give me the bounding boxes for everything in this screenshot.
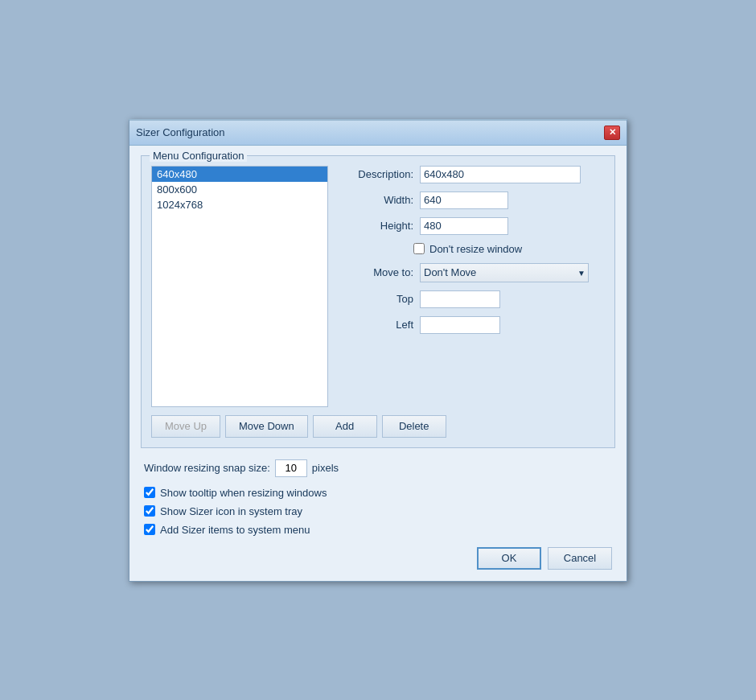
top-row: Top — [341, 290, 605, 308]
move-to-select[interactable]: Don't Move Top Left Top Right Bottom Lef… — [420, 263, 589, 282]
move-down-button[interactable]: Move Down — [225, 415, 308, 438]
system-menu-row: Add Sizer items to system menu — [144, 524, 612, 536]
cancel-button[interactable]: Cancel — [548, 547, 612, 570]
fields-panel: Description: Width: Height: — [341, 166, 605, 407]
snap-label-after: pixels — [312, 462, 339, 474]
title-bar: Sizer Configuration ✕ — [129, 121, 627, 146]
move-to-label: Move to: — [341, 266, 413, 278]
snap-label-before: Window resizing snap size: — [144, 462, 270, 474]
left-row: Left — [341, 316, 605, 334]
dont-resize-row: Don't resize window — [413, 243, 605, 255]
system-menu-label: Add Sizer items to system menu — [160, 524, 310, 536]
tray-checkbox[interactable] — [144, 505, 155, 517]
menu-config-label: Menu Configuration — [150, 150, 247, 162]
move-up-button[interactable]: Move Up — [151, 415, 220, 438]
resolution-list: 640x480 800x600 1024x768 — [151, 166, 328, 407]
left-label: Left — [341, 319, 413, 331]
bottom-settings: Window resizing snap size: pixels Show t… — [141, 459, 615, 570]
list-item[interactable]: 640x480 — [152, 167, 327, 182]
close-button[interactable]: ✕ — [604, 126, 620, 140]
window-title: Sizer Configuration — [136, 126, 225, 138]
system-menu-checkbox[interactable] — [144, 524, 155, 535]
snap-row: Window resizing snap size: pixels — [144, 459, 612, 477]
dont-resize-label: Don't resize window — [429, 243, 522, 255]
width-row: Width: — [341, 191, 605, 209]
snap-size-input[interactable] — [275, 459, 307, 477]
description-label: Description: — [341, 168, 413, 180]
add-button[interactable]: Add — [313, 415, 377, 438]
ok-button[interactable]: OK — [477, 547, 541, 570]
sizer-config-window: Sizer Configuration ✕ Menu Configuration… — [129, 119, 627, 582]
dont-resize-checkbox[interactable] — [413, 243, 425, 254]
resolution-listbox[interactable]: 640x480 800x600 1024x768 — [151, 166, 328, 407]
list-buttons-row: Move Up Move Down Add Delete — [151, 415, 605, 438]
tray-label: Show Sizer icon in system tray — [160, 505, 302, 517]
list-item[interactable]: 1024x768 — [152, 197, 327, 212]
height-row: Height: — [341, 217, 605, 235]
description-row: Description: — [341, 166, 605, 183]
menu-config-inner: 640x480 800x600 1024x768 Description: Wi… — [151, 166, 605, 407]
top-label: Top — [341, 293, 413, 305]
tray-row: Show Sizer icon in system tray — [144, 505, 612, 517]
tooltip-checkbox[interactable] — [144, 487, 155, 498]
menu-config-group: Menu Configuration 640x480 800x600 1024x… — [141, 155, 615, 448]
list-item[interactable]: 800x600 — [152, 182, 327, 197]
height-label: Height: — [341, 220, 413, 232]
top-input[interactable] — [420, 290, 500, 308]
ok-cancel-row: OK Cancel — [144, 547, 612, 570]
description-input[interactable] — [420, 166, 581, 183]
height-input[interactable] — [420, 217, 508, 235]
tooltip-row: Show tooltip when resizing windows — [144, 487, 612, 499]
tooltip-label: Show tooltip when resizing windows — [160, 487, 327, 499]
window-content: Menu Configuration 640x480 800x600 1024x… — [129, 146, 627, 581]
move-to-dropdown-wrapper: Don't Move Top Left Top Right Bottom Lef… — [420, 263, 589, 282]
width-label: Width: — [341, 194, 413, 206]
width-input[interactable] — [420, 191, 508, 209]
delete-button[interactable]: Delete — [382, 415, 446, 438]
left-input[interactable] — [420, 316, 500, 334]
move-to-row: Move to: Don't Move Top Left Top Right B… — [341, 263, 605, 282]
